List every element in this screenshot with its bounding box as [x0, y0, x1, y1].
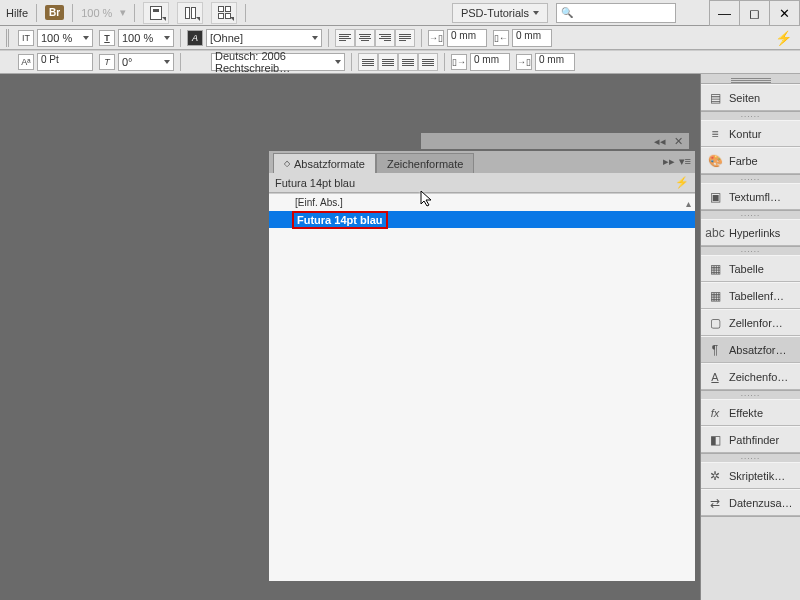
vscale-input[interactable]: 100 %	[118, 29, 174, 47]
justify-all-button[interactable]	[418, 53, 438, 71]
datamerge-icon: ⇄	[707, 495, 723, 511]
hscale-input[interactable]: 100 %	[37, 29, 93, 47]
style-list[interactable]: [Einf. Abs.] Futura 14pt blau ▴	[269, 193, 695, 581]
panel-textumfluss[interactable]: ▣Textumfl…	[701, 183, 800, 210]
style-row-futura[interactable]: Futura 14pt blau	[269, 211, 695, 228]
maximize-button[interactable]: ◻	[740, 0, 770, 26]
panel-seiten[interactable]: ▤Seiten	[701, 84, 800, 111]
close-icon[interactable]: ✕	[674, 135, 683, 148]
panel-tabellenformate[interactable]: ▦Tabellenf…	[701, 282, 800, 309]
panel-pathfinder[interactable]: ◧Pathfinder	[701, 426, 800, 453]
align-left-button[interactable]	[335, 29, 355, 47]
tab-zeichenformate[interactable]: Zeichenformate	[376, 153, 474, 173]
justify-options	[358, 53, 438, 71]
style-row-basic[interactable]: [Einf. Abs.]	[269, 194, 695, 211]
control-bar-1: IT 100 % T 100 % A [Ohne] →▯ 0 mm ▯← 0 m…	[0, 26, 800, 50]
script-icon: ✲	[707, 468, 723, 484]
baseline-input[interactable]: 0 Pt	[37, 53, 93, 71]
baseline-icon: Aª	[18, 54, 34, 70]
window-controls: — ◻ ✕	[709, 0, 800, 26]
align-center-button[interactable]	[355, 29, 375, 47]
align-right-button[interactable]	[375, 29, 395, 47]
indent-left-input[interactable]: 0 mm	[447, 29, 487, 47]
collapse-icon[interactable]: ◂◂	[654, 135, 666, 148]
table-icon: ▦	[707, 261, 723, 277]
expand-icon[interactable]: ▸▸	[663, 155, 675, 168]
justify-center-button[interactable]	[378, 53, 398, 71]
topbar: Hilfe Br 100 % ▾ PSD-Tutorials 🔍	[0, 0, 800, 26]
space-before-input[interactable]: 0 mm	[512, 29, 552, 47]
justify-button[interactable]	[395, 29, 415, 47]
minimize-button[interactable]: —	[710, 0, 740, 26]
search-input[interactable]: 🔍	[556, 3, 676, 23]
right-dock: ▤Seiten ∙∙∙∙∙∙ ≡Kontur 🎨Farbe ∙∙∙∙∙∙ ▣Te…	[700, 74, 800, 600]
panel-skriptetiketten[interactable]: ✲Skriptetik…	[701, 462, 800, 489]
quick-apply-icon[interactable]: ⚡	[775, 30, 792, 46]
charstyle-icon: A	[187, 30, 203, 46]
skew-input[interactable]: 0°	[118, 53, 174, 71]
space-after-input[interactable]: 0 mm	[535, 53, 575, 71]
zoom-level[interactable]: 100 %	[81, 7, 112, 19]
screen-mode-icon[interactable]	[143, 2, 169, 24]
collapsed-panel-bar[interactable]: ◂◂ ✕	[420, 132, 690, 150]
table-styles-icon: ▦	[707, 288, 723, 304]
hyperlinks-icon: abc	[707, 225, 723, 241]
textwrap-icon: ▣	[707, 189, 723, 205]
pathfinder-icon: ◧	[707, 432, 723, 448]
tab-absatzformate[interactable]: ◇Absatzformate	[273, 153, 376, 173]
panel-absatzformate[interactable]: ¶Absatzfor…	[701, 336, 800, 363]
cell-styles-icon: ▢	[707, 315, 723, 331]
charstyle-combo[interactable]: [Ohne]	[206, 29, 322, 47]
stroke-icon: ≡	[707, 126, 723, 142]
language-combo[interactable]: Deutsch: 2006 Rechtschreib…	[211, 53, 345, 71]
bridge-icon[interactable]: Br	[45, 5, 64, 20]
justify-right-button[interactable]	[398, 53, 418, 71]
arrange-docs-icon[interactable]	[177, 2, 203, 24]
effects-icon: fx	[707, 405, 723, 421]
quick-apply-icon[interactable]: ⚡	[675, 176, 689, 189]
para-styles-icon: ¶	[707, 342, 723, 358]
indent-right-icon: ▯→	[451, 54, 467, 70]
paragraph-align	[335, 29, 415, 47]
panel-hyperlinks[interactable]: abcHyperlinks	[701, 219, 800, 246]
panel-zellenformate[interactable]: ▢Zellenfor…	[701, 309, 800, 336]
paragraph-styles-panel: ◇Absatzformate Zeichenformate ▸▸▾≡ Futur…	[268, 150, 696, 582]
panel-effekte[interactable]: fxEffekte	[701, 399, 800, 426]
dock-grip[interactable]	[701, 74, 800, 84]
current-style-name: Futura 14pt blau	[275, 177, 355, 189]
panel-zeichenformate[interactable]: AZeichenfo…	[701, 363, 800, 390]
space-before-icon: ▯←	[493, 30, 509, 46]
control-bar-2: Aª 0 Pt T 0° Deutsch: 2006 Rechtschreib……	[0, 50, 800, 74]
indent-right-input[interactable]: 0 mm	[470, 53, 510, 71]
justify-left-button[interactable]	[358, 53, 378, 71]
view-options-icon[interactable]	[211, 2, 237, 24]
close-button[interactable]: ✕	[770, 0, 800, 26]
panel-farbe[interactable]: 🎨Farbe	[701, 147, 800, 174]
panel-tabs: ◇Absatzformate Zeichenformate ▸▸▾≡	[269, 151, 695, 173]
skew-icon: T	[99, 54, 115, 70]
workspace-switcher[interactable]: PSD-Tutorials	[452, 3, 548, 23]
panel-kontur[interactable]: ≡Kontur	[701, 120, 800, 147]
help-menu[interactable]: Hilfe	[6, 7, 28, 19]
vscale-icon: T	[99, 30, 115, 46]
hscale-icon: IT	[18, 30, 34, 46]
space-after-icon: →▯	[516, 54, 532, 70]
current-style-header: Futura 14pt blau ⚡	[269, 173, 695, 193]
indent-left-icon: →▯	[428, 30, 444, 46]
panel-tabelle[interactable]: ▦Tabelle	[701, 255, 800, 282]
panel-menu-icon[interactable]: ▾≡	[679, 155, 691, 168]
scroll-up-icon[interactable]: ▴	[686, 198, 691, 209]
color-icon: 🎨	[707, 153, 723, 169]
char-styles-icon: A	[707, 369, 723, 385]
pages-icon: ▤	[707, 90, 723, 106]
panel-datenzusammenfuehrung[interactable]: ⇄Datenzusa…	[701, 489, 800, 516]
